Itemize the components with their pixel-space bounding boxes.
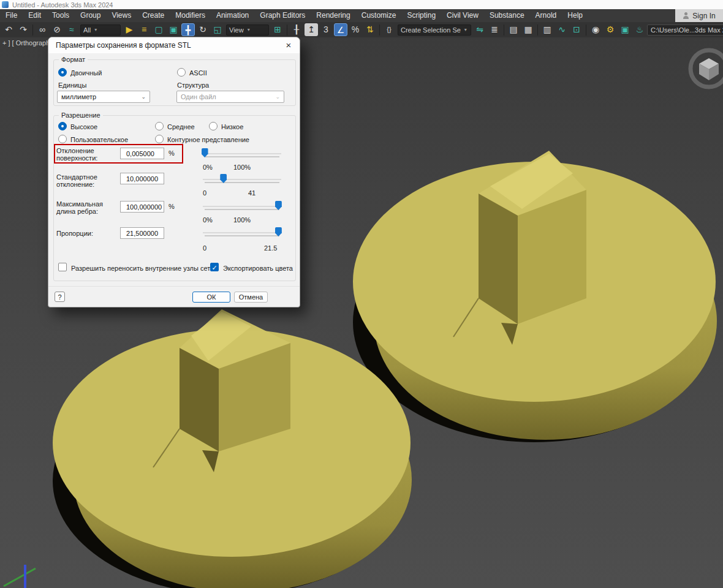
radio-custom-label[interactable]: Пользовательское bbox=[70, 136, 128, 143]
menu-help[interactable]: Help bbox=[562, 9, 588, 22]
render-setup-icon[interactable]: ⚙ bbox=[604, 23, 617, 36]
dialog-separator bbox=[48, 286, 300, 287]
standard-deviation-input[interactable] bbox=[120, 173, 164, 184]
menu-scripting[interactable]: Scripting bbox=[401, 9, 441, 22]
select-and-link-icon[interactable]: ∞ bbox=[36, 23, 49, 36]
max-edge-length-input[interactable] bbox=[120, 201, 164, 213]
radio-medium[interactable] bbox=[155, 122, 164, 130]
stl-object-back[interactable] bbox=[353, 151, 717, 442]
window-title: Untitled - Autodesk 3ds Max 2024 bbox=[12, 1, 113, 9]
ribbon-icon[interactable]: ▥ bbox=[540, 23, 554, 36]
standard-deviation-slider[interactable] bbox=[203, 174, 281, 190]
chevron-down-icon: ⌄ bbox=[275, 94, 280, 100]
menu-civil-view[interactable]: Civil View bbox=[441, 9, 484, 22]
project-folder-field[interactable]: C:\Users\Ole...3ds Max 2024 bbox=[647, 24, 723, 36]
render-production-icon[interactable]: ♨ bbox=[633, 23, 646, 36]
proportions-input[interactable] bbox=[120, 227, 164, 239]
menu-views[interactable]: Views bbox=[106, 9, 137, 22]
cancel-button[interactable]: Отмена bbox=[234, 292, 268, 303]
percent-snap-icon[interactable]: % bbox=[349, 23, 362, 36]
menu-create[interactable]: Create bbox=[137, 9, 170, 22]
align-icon[interactable]: ≣ bbox=[488, 23, 501, 36]
surface-deviation-slider[interactable] bbox=[203, 148, 281, 164]
angle-snap-icon[interactable]: ∠ bbox=[334, 23, 347, 36]
close-icon[interactable]: × bbox=[282, 39, 295, 51]
radio-binary-label[interactable]: Двоичный bbox=[70, 69, 102, 77]
checkbox-inner-nodes-label[interactable]: Разрешить переносить внутренние узлы сет… bbox=[71, 265, 214, 272]
radio-low[interactable] bbox=[209, 122, 218, 130]
select-and-move-icon[interactable]: ╋ bbox=[181, 23, 195, 36]
rectangular-selection-icon[interactable]: ▢ bbox=[152, 23, 165, 36]
stl-object-front[interactable] bbox=[53, 309, 412, 588]
select-and-scale-icon[interactable]: ◱ bbox=[211, 23, 224, 36]
standard-deviation-label: Стандартное отклонение: bbox=[56, 173, 118, 188]
radio-custom[interactable] bbox=[58, 135, 67, 143]
chevron-down-icon: ▾ bbox=[464, 27, 467, 32]
select-by-name-icon[interactable]: ≡ bbox=[137, 23, 151, 36]
ok-button[interactable]: ОК bbox=[192, 292, 230, 303]
selection-set-dropdown[interactable]: Create Selection Se ▾ bbox=[398, 24, 471, 36]
layer-explorer-icon[interactable]: ▦ bbox=[521, 23, 535, 36]
radio-binary[interactable] bbox=[58, 68, 67, 77]
select-and-rotate-icon[interactable]: ↻ bbox=[196, 23, 210, 36]
toolbar-separator bbox=[379, 24, 380, 36]
menu-modifiers[interactable]: Modifiers bbox=[170, 9, 211, 22]
checkbox-export-colors[interactable]: ✓ bbox=[210, 263, 219, 271]
select-object-icon[interactable]: ▶ bbox=[123, 23, 136, 36]
menu-arnold[interactable]: Arnold bbox=[530, 9, 562, 22]
menu-customize[interactable]: Customize bbox=[356, 9, 402, 22]
redo-icon[interactable]: ↷ bbox=[17, 23, 30, 36]
view-cube[interactable] bbox=[691, 50, 723, 87]
structure-dropdown: Один файл ⌄ bbox=[176, 91, 284, 103]
sign-in-button[interactable]: Sign In bbox=[675, 9, 723, 22]
radio-high[interactable] bbox=[58, 122, 67, 130]
radio-low-label[interactable]: Низкое bbox=[221, 123, 243, 130]
slider-min-label: 0% bbox=[203, 216, 213, 224]
help-button[interactable]: ? bbox=[55, 292, 65, 302]
menu-rendering[interactable]: Rendering bbox=[311, 9, 355, 22]
menu-graph-editors[interactable]: Graph Editors bbox=[254, 9, 311, 22]
toolbar-separator bbox=[504, 24, 504, 36]
material-editor-icon[interactable]: ◉ bbox=[589, 23, 602, 36]
checkbox-export-colors-label[interactable]: Экспортировать цвета bbox=[223, 265, 293, 272]
named-selection-sets-icon[interactable]: {} bbox=[382, 23, 396, 36]
radio-medium-label[interactable]: Среднее bbox=[167, 123, 195, 130]
radio-ascii[interactable] bbox=[177, 68, 186, 77]
undo-icon[interactable]: ↶ bbox=[2, 23, 15, 36]
radio-ascii-label[interactable]: ASCII bbox=[189, 69, 207, 77]
radio-high-label[interactable]: Высокое bbox=[70, 123, 97, 130]
schematic-view-icon[interactable]: ⊡ bbox=[570, 23, 583, 36]
unlink-selection-icon[interactable]: ⊘ bbox=[50, 23, 64, 36]
menu-group[interactable]: Group bbox=[75, 9, 106, 22]
proportions-slider[interactable] bbox=[203, 227, 281, 243]
scene-explorer-icon[interactable]: ▤ bbox=[507, 23, 520, 36]
reference-coordinate-dropdown[interactable]: View ▾ bbox=[226, 24, 269, 36]
checkbox-inner-nodes[interactable] bbox=[58, 263, 67, 271]
toolbar-separator bbox=[586, 24, 586, 36]
radio-contour-label[interactable]: Контурное представление bbox=[167, 136, 249, 143]
window-crossing-icon[interactable]: ▣ bbox=[167, 23, 180, 36]
rendered-frame-icon[interactable]: ▣ bbox=[618, 23, 632, 36]
resolution-group-label: Разрешение bbox=[59, 111, 103, 119]
menu-edit[interactable]: Edit bbox=[23, 9, 47, 22]
slider-max-label: 21.5 bbox=[264, 244, 277, 252]
bind-to-space-warp-icon[interactable]: ≈ bbox=[65, 23, 78, 36]
slider-min-label: 0 bbox=[203, 244, 206, 252]
selection-filter-dropdown[interactable]: All ▾ bbox=[80, 24, 121, 36]
select-and-manipulate-icon[interactable]: ╂ bbox=[290, 23, 303, 36]
select-and-place-icon[interactable]: ↥ bbox=[305, 23, 318, 36]
units-dropdown[interactable]: миллиметр ⌄ bbox=[57, 91, 150, 103]
menu-tools[interactable]: Tools bbox=[47, 9, 75, 22]
snaps-toggle-icon[interactable]: 3 bbox=[319, 23, 333, 36]
radio-contour[interactable] bbox=[155, 135, 164, 143]
mirror-icon[interactable]: ⇋ bbox=[473, 23, 486, 36]
menu-animation[interactable]: Animation bbox=[211, 9, 254, 22]
slider-max-label: 100% bbox=[233, 164, 251, 171]
spinner-snap-icon[interactable]: ⇅ bbox=[363, 23, 377, 36]
max-edge-length-slider[interactable] bbox=[203, 201, 281, 217]
use-pivot-point-center-icon[interactable]: ⊞ bbox=[271, 23, 284, 36]
menu-file[interactable]: File bbox=[0, 9, 23, 22]
chevron-down-icon: ▾ bbox=[248, 27, 250, 32]
curve-editor-icon[interactable]: ∿ bbox=[555, 23, 569, 36]
menu-substance[interactable]: Substance bbox=[484, 9, 530, 22]
